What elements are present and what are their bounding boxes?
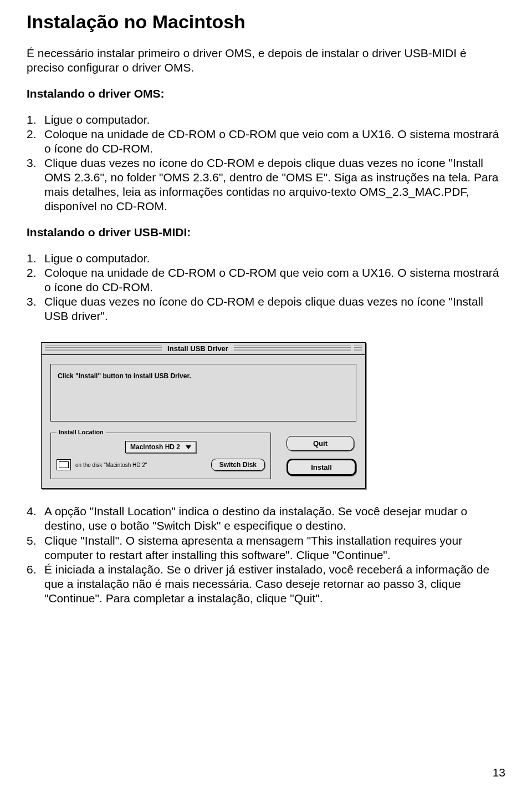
step-text: Ligue o computador.	[44, 113, 150, 126]
usb-steps-list-b: 4.A opção "Install Location" indica o de…	[27, 504, 505, 605]
list-item: 6.É iniciada a instalação. Se o driver j…	[27, 562, 505, 606]
window-collapse-icon[interactable]	[354, 346, 362, 352]
dialog-message-box: Click "Install" button to install USB Dr…	[50, 364, 356, 422]
step-text: Clique "Install". O sistema apresenta a …	[44, 534, 462, 561]
step-text: A opção "Install Location" indica o dest…	[44, 505, 467, 532]
switch-disk-button[interactable]: Switch Disk	[211, 459, 265, 471]
disk-select-value: Macintosh HD 2	[130, 443, 180, 451]
dialog-message-text: Click "Install" button to install USB Dr…	[58, 372, 349, 380]
section-usb-heading: Instalando o driver USB-MIDI:	[27, 226, 505, 239]
step-text: É iniciada a instalação. Se o driver já …	[44, 563, 489, 605]
dialog-buttons: Quit Install	[287, 433, 356, 479]
on-disk-text: on the disk "Macintosh HD 2"	[75, 462, 147, 468]
install-button[interactable]: Install	[287, 459, 356, 476]
list-item: 2.Coloque na unidade de CD-ROM o CD-ROM …	[27, 266, 505, 295]
install-location-legend: Install Location	[57, 429, 106, 435]
oms-steps-list: 1.Ligue o computador. 2.Coloque na unida…	[27, 113, 505, 214]
dialog-title: Install USB Driver	[162, 344, 234, 353]
install-location-group: Install Location Macintosh HD 2 on the d…	[50, 433, 271, 479]
step-text: Clique duas vezes no ícone do CD-ROM e d…	[44, 156, 498, 212]
chevron-down-icon	[186, 445, 191, 449]
list-item: 5.Clique "Install". O sistema apresenta …	[27, 534, 505, 562]
dialog-body: Click "Install" button to install USB Dr…	[42, 355, 365, 488]
list-item: 4.A opção "Install Location" indica o de…	[27, 504, 505, 533]
titlebar-stripes-right	[234, 346, 351, 352]
page-number: 13	[493, 766, 505, 779]
usb-steps-list-a: 1.Ligue o computador. 2.Coloque na unida…	[27, 251, 505, 323]
install-dialog: Install USB Driver Click "Install" butto…	[41, 342, 366, 489]
list-item: 2.Coloque na unidade de CD-ROM o CD-ROM …	[27, 127, 505, 156]
intro-paragraph: É necessário instalar primeiro o driver …	[27, 46, 505, 75]
step-text: Coloque na unidade de CD-ROM o CD-ROM qu…	[44, 266, 499, 293]
page-title: Instalação no Macintosh	[27, 11, 505, 33]
list-item: 3.Clique duas vezes no ícone do CD-ROM e…	[27, 156, 505, 214]
dialog-titlebar: Install USB Driver	[42, 343, 365, 355]
install-dialog-screenshot: Install USB Driver Click "Install" butto…	[41, 342, 366, 489]
titlebar-stripes-left	[45, 346, 162, 352]
section-oms-heading: Instalando o driver OMS:	[27, 87, 505, 100]
disk-icon	[57, 459, 71, 470]
step-text: Ligue o computador.	[44, 252, 150, 265]
list-item: 1.Ligue o computador.	[27, 113, 505, 127]
step-text: Clique duas vezes no ícone do CD-ROM e d…	[44, 295, 483, 322]
list-item: 3.Clique duas vezes no ícone do CD-ROM e…	[27, 295, 505, 323]
list-item: 1.Ligue o computador.	[27, 251, 505, 266]
step-text: Coloque na unidade de CD-ROM o CD-ROM qu…	[44, 128, 499, 155]
disk-select[interactable]: Macintosh HD 2	[125, 441, 196, 453]
quit-button[interactable]: Quit	[287, 436, 354, 451]
